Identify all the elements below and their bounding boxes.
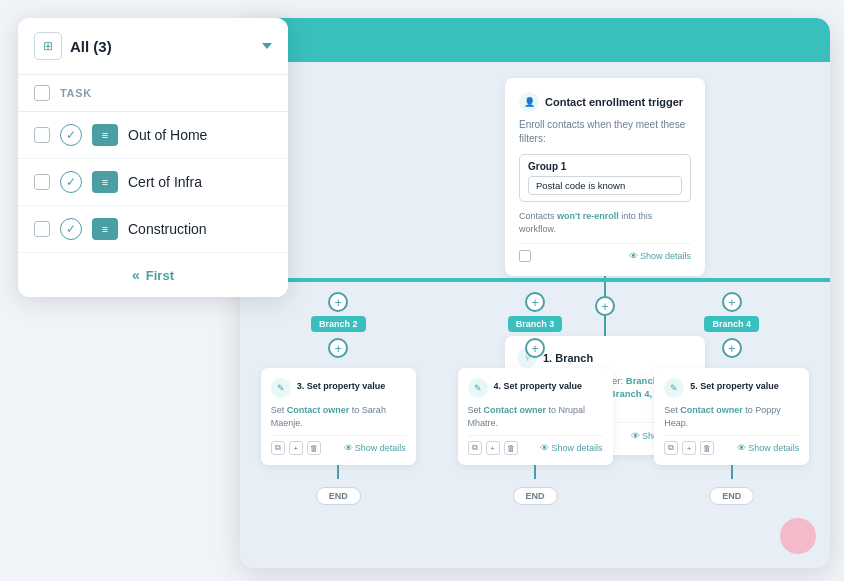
b4-delete-icon[interactable]: 🗑 bbox=[700, 441, 714, 455]
task-checkbox-3[interactable] bbox=[34, 221, 50, 237]
plus-icon-b2: + bbox=[335, 296, 343, 309]
property-icon-b3: ✎ bbox=[474, 383, 482, 393]
trigger-card-footer: 👁 Show details bbox=[519, 243, 691, 262]
trigger-card-checkbox[interactable] bbox=[519, 250, 531, 262]
all-filter-dropdown[interactable]: All (3) bbox=[70, 38, 272, 55]
eye-icon-b3: 👁 bbox=[540, 443, 549, 453]
b2-action-text: Set Contact owner to Sarah Maenje. bbox=[271, 404, 406, 429]
dropdown-label: All (3) bbox=[70, 38, 112, 55]
b4-action-text: Set Contact owner to Poppy Heap. bbox=[664, 404, 799, 429]
task-name-2: Cert of Infra bbox=[128, 174, 202, 190]
trigger-card-note: Contacts won't re-enroll into this workf… bbox=[519, 210, 691, 235]
add-in-branch3-button[interactable]: + bbox=[525, 338, 545, 358]
b4-highlight: Contact owner bbox=[680, 405, 743, 415]
task-row: ✓ ≡ Cert of Infra bbox=[18, 159, 288, 206]
branch-2-action-card: ✎ 3. Set property value Set Contact owne… bbox=[261, 368, 416, 465]
b3-highlight: Contact owner bbox=[484, 405, 547, 415]
add-in-branch4-button[interactable]: + bbox=[722, 338, 742, 358]
b2-card-icon: ✎ bbox=[271, 378, 291, 398]
b3-show-details[interactable]: 👁 Show details bbox=[540, 443, 602, 453]
b2-add-icon[interactable]: + bbox=[289, 441, 303, 455]
b2-show-details[interactable]: 👁 Show details bbox=[344, 443, 406, 453]
header-icon-box: ⊞ bbox=[34, 32, 62, 60]
b2-end-badge: END bbox=[316, 487, 361, 505]
checkmark-icon: ✓ bbox=[66, 175, 76, 189]
group-label: Group 1 bbox=[528, 161, 682, 172]
plus-icon-b3: + bbox=[531, 296, 539, 309]
property-icon: ✎ bbox=[277, 383, 285, 393]
property-icon-b4: ✎ bbox=[670, 383, 678, 393]
checkmark-icon: ✓ bbox=[66, 222, 76, 236]
add-branch3-button[interactable]: + bbox=[525, 292, 545, 312]
b4-action-title: 5. Set property value bbox=[690, 381, 779, 391]
b3-card-footer: ⧉ + 🗑 👁 Show details bbox=[468, 435, 603, 455]
b3-action-title: 4. Set property value bbox=[494, 381, 583, 391]
first-link-row: « First bbox=[18, 253, 288, 297]
branch-3-label: Branch 3 bbox=[508, 316, 563, 332]
b2-delete-icon[interactable]: 🗑 bbox=[307, 441, 321, 455]
trigger-card-title: Contact enrollment trigger bbox=[545, 96, 683, 108]
branch-2-label: Branch 2 bbox=[311, 316, 366, 332]
b4-add-icon[interactable]: + bbox=[682, 441, 696, 455]
eye-icon: 👁 bbox=[629, 251, 638, 261]
filter-tag: Postal code is known bbox=[528, 176, 682, 195]
task-name-1: Out of Home bbox=[128, 127, 207, 143]
b4-card-footer: ⧉ + 🗑 👁 Show details bbox=[664, 435, 799, 455]
b4-end-badge: END bbox=[709, 487, 754, 505]
add-branch4-button[interactable]: + bbox=[722, 292, 742, 312]
grid-icon: ⊞ bbox=[43, 39, 53, 53]
branch-4-action-card: ✎ 5. Set property value Set Contact owne… bbox=[654, 368, 809, 465]
b4-card-icon: ✎ bbox=[664, 378, 684, 398]
task-list-panel: ⊞ All (3) TASK ✓ ≡ Out of Home ✓ ≡ Cert … bbox=[18, 18, 288, 297]
double-chevron-icon: « bbox=[132, 267, 140, 283]
task-checkbox-1[interactable] bbox=[34, 127, 50, 143]
tag-symbol: ≡ bbox=[102, 129, 108, 141]
highlight-text: won't re-enroll bbox=[557, 211, 619, 221]
task-tag-icon-1: ≡ bbox=[92, 124, 118, 146]
b3-end-badge: END bbox=[513, 487, 558, 505]
b2-copy-icon[interactable]: ⧉ bbox=[271, 441, 285, 455]
branch-3-action-card: ✎ 4. Set property value Set Contact owne… bbox=[458, 368, 613, 465]
b3-copy-icon[interactable]: ⧉ bbox=[468, 441, 482, 455]
b4-copy-icon[interactable]: ⧉ bbox=[664, 441, 678, 455]
workflow-panel: 👤 Contact enrollment trigger Enroll cont… bbox=[240, 18, 830, 568]
task-tag-icon-2: ≡ bbox=[92, 171, 118, 193]
eye-icon-b2: 👁 bbox=[344, 443, 353, 453]
b4-card-header: ✎ 5. Set property value bbox=[664, 378, 799, 398]
task-check-icon-1: ✓ bbox=[60, 124, 82, 146]
chevron-down-icon bbox=[262, 43, 272, 49]
pink-decoration bbox=[780, 518, 816, 554]
first-link-label[interactable]: First bbox=[146, 268, 174, 283]
trigger-show-details-link[interactable]: 👁 Show details bbox=[629, 251, 691, 261]
plus-icon-b2b: + bbox=[335, 342, 343, 355]
branches-area: + Branch 2 + ✎ 3. Set property value Set… bbox=[240, 278, 830, 568]
trigger-card: 👤 Contact enrollment trigger Enroll cont… bbox=[505, 78, 705, 276]
add-in-branch2-button[interactable]: + bbox=[328, 338, 348, 358]
branch-col-2: + Branch 2 + ✎ 3. Set property value Set… bbox=[240, 282, 437, 505]
group-box: Group 1 Postal code is known bbox=[519, 154, 691, 202]
add-branch2-button[interactable]: + bbox=[328, 292, 348, 312]
b4-connector bbox=[731, 465, 733, 479]
task-column-header: TASK bbox=[18, 75, 288, 112]
tag-symbol: ≡ bbox=[102, 223, 108, 235]
plus-icon-b4b: + bbox=[728, 342, 736, 355]
b2-action-title: 3. Set property value bbox=[297, 381, 386, 391]
tag-symbol: ≡ bbox=[102, 176, 108, 188]
task-check-icon-3: ✓ bbox=[60, 218, 82, 240]
trigger-card-header: 👤 Contact enrollment trigger bbox=[519, 92, 691, 112]
b3-card-icon: ✎ bbox=[468, 378, 488, 398]
b4-show-details[interactable]: 👁 Show details bbox=[737, 443, 799, 453]
trigger-icon: 👤 bbox=[519, 92, 539, 112]
branch-col-4: + Branch 4 + ✎ 5. Set property value Set… bbox=[633, 282, 830, 505]
b3-add-icon[interactable]: + bbox=[486, 441, 500, 455]
select-all-checkbox[interactable] bbox=[34, 85, 50, 101]
b3-delete-icon[interactable]: 🗑 bbox=[504, 441, 518, 455]
plus-icon-b3b: + bbox=[531, 342, 539, 355]
task-checkbox-2[interactable] bbox=[34, 174, 50, 190]
checkmark-icon: ✓ bbox=[66, 128, 76, 142]
branch-col-3: + Branch 3 + ✎ 4. Set property value Set… bbox=[437, 282, 634, 505]
b3-connector bbox=[534, 465, 536, 479]
b2-card-header: ✎ 3. Set property value bbox=[271, 378, 406, 398]
b2-card-footer: ⧉ + 🗑 👁 Show details bbox=[271, 435, 406, 455]
b2-actions: ⧉ + 🗑 bbox=[271, 441, 321, 455]
